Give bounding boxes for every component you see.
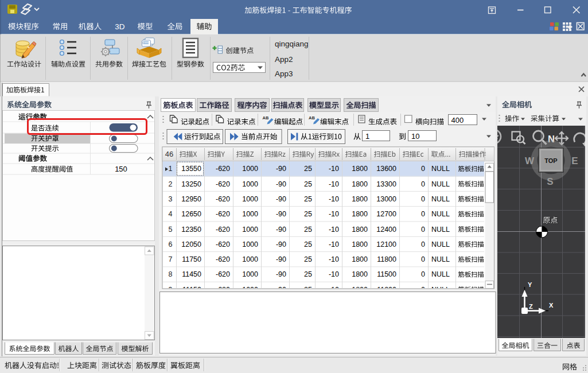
svg-text:400: 400 [451, 116, 464, 125]
svg-text:12650: 12650 [181, 210, 201, 218]
svg-text:11450: 11450 [182, 270, 201, 278]
svg-text:0: 0 [421, 255, 425, 263]
svg-text:1800: 1800 [352, 226, 368, 234]
svg-text:NULL: NULL [431, 240, 450, 248]
svg-text:13300: 13300 [376, 180, 396, 188]
svg-text:25: 25 [304, 195, 312, 203]
svg-text:NULL: NULL [431, 195, 450, 203]
svg-text:App2: App2 [275, 55, 293, 64]
svg-text:25: 25 [304, 270, 312, 278]
svg-text:0: 0 [421, 180, 425, 188]
svg-text:Z: Z [529, 303, 533, 310]
svg-text:-90: -90 [276, 255, 286, 263]
svg-text:E: E [571, 156, 578, 166]
svg-text:12950: 12950 [181, 195, 201, 203]
svg-text:-90: -90 [276, 180, 286, 188]
svg-text:0: 0 [421, 226, 425, 234]
svg-text:0: 0 [421, 210, 425, 218]
svg-text:-620: -620 [216, 180, 230, 188]
svg-text:10: 10 [411, 132, 419, 141]
svg-text:1800: 1800 [352, 255, 368, 263]
svg-text:12400: 12400 [376, 226, 396, 234]
svg-text:-10: -10 [329, 270, 339, 278]
svg-text:25: 25 [304, 240, 312, 248]
svg-text:1000: 1000 [242, 255, 258, 263]
svg-text:X: X [549, 302, 554, 309]
svg-text:1800: 1800 [352, 180, 368, 188]
svg-text:11750: 11750 [182, 255, 201, 263]
svg-text:46: 46 [165, 150, 173, 158]
svg-text:12350: 12350 [181, 226, 201, 234]
svg-text:-10: -10 [329, 180, 339, 188]
svg-text:0: 0 [421, 165, 425, 173]
svg-text:4: 4 [169, 210, 173, 218]
svg-text:1000: 1000 [242, 210, 258, 218]
svg-text:W: W [525, 156, 535, 166]
svg-text:1800: 1800 [352, 165, 368, 173]
svg-text:-10: -10 [329, 165, 339, 173]
svg-text:NULL: NULL [431, 255, 450, 263]
svg-text:NULL: NULL [431, 165, 450, 173]
svg-text:25: 25 [304, 226, 312, 234]
svg-text:1800: 1800 [352, 240, 368, 248]
svg-text:8: 8 [169, 270, 173, 278]
svg-text:NULL: NULL [431, 270, 450, 278]
svg-text:1000: 1000 [242, 180, 258, 188]
svg-text:-620: -620 [216, 255, 230, 263]
svg-text:-90: -90 [276, 226, 286, 234]
svg-text:AB: AB [263, 115, 269, 121]
svg-text:12050: 12050 [181, 240, 201, 248]
svg-text:12700: 12700 [376, 210, 396, 218]
svg-text:TOP: TOP [544, 157, 557, 164]
svg-text:11500: 11500 [377, 270, 396, 278]
svg-text:1800: 1800 [352, 195, 368, 203]
svg-text:-10: -10 [329, 195, 339, 203]
svg-text:0: 0 [421, 240, 425, 248]
svg-text:25: 25 [304, 255, 312, 263]
svg-text:3D: 3D [115, 22, 125, 31]
svg-text:-10: -10 [329, 255, 339, 263]
svg-text:-620: -620 [216, 240, 230, 248]
svg-text:0: 0 [421, 270, 425, 278]
svg-text:-620: -620 [216, 195, 230, 203]
svg-text:1: 1 [169, 165, 173, 173]
svg-text:11800: 11800 [377, 255, 396, 263]
svg-text:13000: 13000 [376, 195, 396, 203]
svg-text:25: 25 [304, 180, 312, 188]
svg-text:1000: 1000 [242, 165, 258, 173]
svg-text:-90: -90 [276, 210, 286, 218]
svg-text:1800: 1800 [352, 270, 368, 278]
svg-text:25: 25 [304, 165, 312, 173]
svg-text:1000: 1000 [242, 240, 258, 248]
svg-text:NULL: NULL [431, 180, 450, 188]
svg-text:-90: -90 [276, 165, 286, 173]
svg-text:NULL: NULL [431, 210, 450, 218]
svg-text:-620: -620 [216, 165, 230, 173]
svg-text:AB: AB [309, 115, 315, 121]
svg-text:NULL: NULL [431, 226, 450, 234]
svg-text:-90: -90 [276, 195, 286, 203]
svg-text:12100: 12100 [376, 240, 396, 248]
svg-text:13600: 13600 [376, 165, 396, 173]
svg-text:25: 25 [304, 210, 312, 218]
svg-text:150: 150 [115, 165, 127, 173]
svg-text:6: 6 [169, 240, 173, 248]
svg-text:S: S [547, 176, 553, 187]
svg-text:-620: -620 [216, 210, 230, 218]
svg-text:1000: 1000 [242, 270, 258, 278]
svg-text:App3: App3 [275, 69, 293, 78]
svg-text:13550: 13550 [181, 165, 201, 173]
svg-text:Y: Y [528, 281, 532, 288]
svg-text:13250: 13250 [181, 180, 201, 188]
svg-text:7: 7 [169, 255, 173, 263]
svg-text:0: 0 [421, 195, 425, 203]
svg-text:3: 3 [169, 195, 173, 203]
svg-text:-90: -90 [276, 270, 286, 278]
svg-text:-10: -10 [329, 240, 339, 248]
svg-text:5: 5 [169, 226, 173, 234]
svg-text:-10: -10 [329, 210, 339, 218]
svg-text:1: 1 [365, 132, 369, 141]
svg-text:-10: -10 [329, 226, 339, 234]
svg-text:1800: 1800 [352, 210, 368, 218]
svg-text:-620: -620 [216, 226, 230, 234]
